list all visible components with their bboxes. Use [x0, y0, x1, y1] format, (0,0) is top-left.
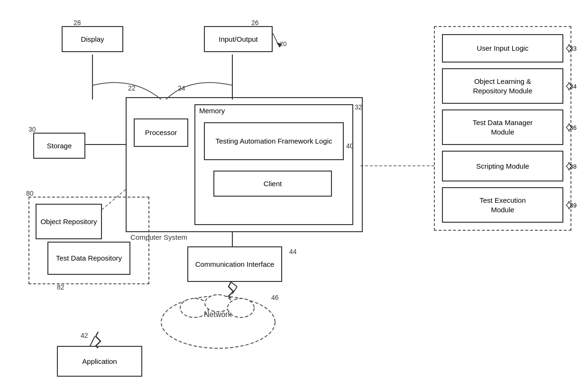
ref-28: 28 — [74, 19, 81, 27]
right-panel: User Input Logic 33 Object Learning &Rep… — [434, 26, 571, 231]
client-box: Client — [213, 171, 332, 197]
ref-30: 30 — [28, 126, 36, 133]
ref-44: 44 — [289, 248, 297, 255]
object-repo-label: Object Repository — [40, 217, 97, 226]
object-repo-box: Object Repository — [36, 204, 102, 239]
network-cloud — [156, 291, 280, 353]
memory-label: Memory — [199, 107, 225, 115]
application-box: Application — [57, 346, 142, 377]
zigzag-app — [93, 332, 108, 348]
io-label: Input/Output — [219, 35, 258, 44]
test-data-manager-box: Test Data ManagerModule — [442, 109, 563, 145]
ref-22: 22 — [128, 84, 136, 92]
test-data-manager-label: Test Data ManagerModule — [473, 118, 533, 136]
curly-36 — [565, 123, 574, 132]
ref-24: 24 — [178, 84, 185, 92]
storage-label: Storage — [47, 141, 72, 151]
scripting-module-label: Scripting Module — [476, 162, 529, 171]
test-execution-box: Test ExecutionModule — [442, 187, 563, 223]
scripting-module-box: Scripting Module — [442, 151, 563, 181]
user-input-logic-box: User Input Logic — [442, 34, 563, 63]
test-data-repo-box: Test Data Repository — [47, 242, 130, 275]
display-box: Display — [62, 26, 123, 52]
ref-42: 42 — [81, 332, 88, 339]
object-learning-label: Object Learning &Repository Module — [473, 77, 532, 95]
ref-82: 82 — [57, 283, 64, 291]
module-test-data-manager: Test Data ManagerModule 36 — [442, 109, 563, 145]
module-scripting: Scripting Module 38 — [442, 151, 563, 181]
user-input-label: User Input Logic — [477, 44, 528, 53]
svg-marker-17 — [276, 43, 282, 47]
ref-32: 32 — [355, 103, 362, 111]
processor-label: Processor — [145, 128, 177, 137]
client-label: Client — [264, 179, 282, 189]
display-label: Display — [81, 35, 104, 44]
object-learning-box: Object Learning &Repository Module — [442, 68, 563, 104]
test-execution-label: Test ExecutionModule — [479, 196, 526, 214]
test-data-repo-label: Test Data Repository — [56, 253, 122, 263]
curly-34 — [565, 81, 574, 91]
ref-80: 80 — [26, 190, 34, 197]
testing-framework-label: Testing Automation Framework Logic — [216, 136, 332, 146]
comm-interface-box: Communication Interface — [187, 246, 282, 282]
processor-box: Processor — [134, 118, 188, 147]
io-box: Input/Output — [204, 26, 273, 52]
testing-framework-box: Testing Automation Framework Logic — [204, 122, 344, 160]
module-object-learning: Object Learning &Repository Module 34 — [442, 68, 563, 104]
curly-33 — [565, 44, 574, 53]
curly-39 — [565, 200, 574, 210]
storage-box: Storage — [33, 133, 85, 159]
module-user-input: User Input Logic 33 — [442, 34, 563, 63]
ref-40: 40 — [346, 142, 354, 150]
ref-46: 46 — [271, 294, 279, 301]
ref-26: 26 — [251, 19, 259, 27]
zigzag-comm — [226, 282, 240, 299]
curly-38 — [565, 162, 574, 171]
ref-20-arrow — [270, 33, 285, 52]
application-label: Application — [82, 357, 117, 366]
module-test-execution: Test ExecutionModule 39 — [442, 187, 563, 223]
network-label: Network — [204, 310, 232, 319]
comm-interface-label: Communication Interface — [195, 260, 275, 269]
